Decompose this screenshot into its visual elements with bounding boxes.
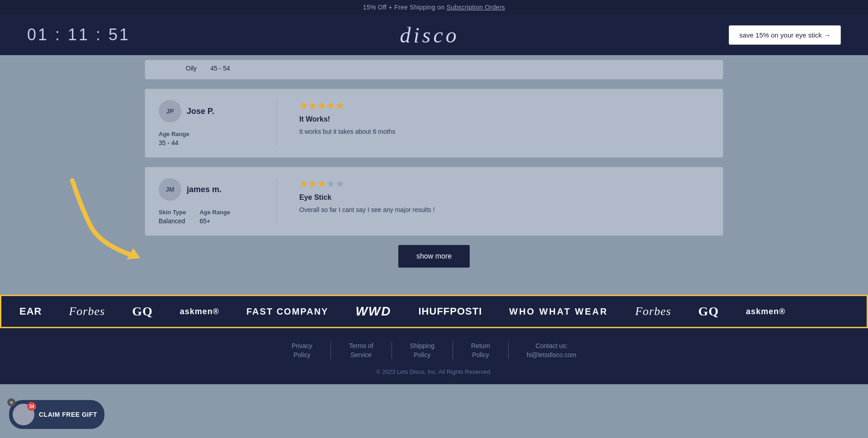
reviewer-meta-jose: Age Range 35 - 44 [159,131,258,146]
review-right-james: ★★★★★ Eye Stick Overall so far I cant sa… [295,178,709,225]
review-card-james: JM james m. Skin Type Balanced Age Range… [145,167,723,236]
footer: PrivacyPolicy Terms ofService ShippingPo… [0,328,868,384]
review-body-james: Overall so far I cant say I see any majo… [299,205,709,215]
footer-link-return[interactable]: ReturnPolicy [453,342,509,359]
avatar-jose: JP [159,100,181,122]
footer-copyright: © 2023 Lets Disco, Inc. All Rights Reser… [0,368,868,375]
brand-logo[interactable]: disco [400,23,459,47]
star-rating-james: ★★★★★ [299,178,709,190]
footer-link-contact[interactable]: Contact us:hi@letsdisco.com [509,342,594,359]
star-rating-jose: ★★★★★ [299,100,709,112]
claim-text: CLAIM FREE GIFT [39,411,97,418]
press-logo-huffpost: IHUFFPOSTI [419,306,482,317]
reviewer-left-jose: JP Jose P. Age Range 35 - 44 [159,100,258,146]
skin-type-value-james: Balanced [159,217,186,225]
show-more-button[interactable]: show more [398,245,470,268]
claim-avatar-wrapper: 34 [13,404,34,425]
skin-type-value: Oily [186,65,197,72]
review-body-jose: It works but it takes about 6 moths [299,127,709,137]
promo-text: 15% Off + Free Shipping on [363,4,447,11]
reviewer-meta-james: Skin Type Balanced Age Range 65+ [159,209,258,225]
footer-link-privacy[interactable]: PrivacyPolicy [274,342,331,359]
press-logo-fastcompany: FAST COMPANY [246,306,328,317]
reviewer-left-james: JM james m. Skin Type Balanced Age Range… [159,178,258,225]
review-right-jose: ★★★★★ It Works! It works but it takes ab… [295,100,709,146]
review-james-wrapper: JM james m. Skin Type Balanced Age Range… [145,167,723,236]
press-logo-whowhatwear: WHO WHAT WEAR [509,306,608,317]
countdown-timer: 01 : 11 : 51 [27,25,130,44]
age-range-group-jose: Age Range 35 - 44 [159,131,189,146]
age-range-value-james: 65+ [199,217,230,225]
reviewer-meta-partial: Oily 45 - 54 [159,65,709,72]
skin-type-group-james: Skin Type Balanced [159,209,186,225]
promo-link[interactable]: Subscription Orders [447,4,505,11]
avatar-james: JM [159,178,181,201]
age-range-group: 45 - 54 [210,65,230,72]
skin-type-group: Oily [186,65,197,72]
save-cta-button[interactable]: save 15% on your eye stick → [729,25,841,45]
age-range-value: 45 - 54 [210,65,230,72]
age-range-label-james: Age Range [199,209,230,216]
review-card-jose: JP Jose P. Age Range 35 - 44 ★★★★★ It Wo… [145,89,723,158]
skin-type-label-james: Skin Type [159,209,186,216]
press-logo-forbes-2: Forbes [635,305,671,318]
press-bar: EAR Forbes GQ askmen® FAST COMPANY WWD I… [0,295,868,328]
review-title-jose: It Works! [299,115,709,123]
press-logo-ear: EAR [19,306,42,317]
footer-link-terms[interactable]: Terms ofService [331,342,392,359]
review-title-james: Eye Stick [299,193,709,202]
header: 01 : 11 : 51 disco save 15% on your eye … [0,14,868,55]
press-logos-track: EAR Forbes GQ askmen® FAST COMPANY WWD I… [1,304,803,319]
age-range-group-james: Age Range 65+ [199,209,230,225]
promo-bar: 15% Off + Free Shipping on Subscription … [0,0,868,14]
review-card-partial: Oily 45 - 54 [145,60,723,80]
press-logo-gq-1: GQ [132,304,153,319]
footer-links: PrivacyPolicy Terms ofService ShippingPo… [0,342,868,359]
reviews-section: Oily 45 - 54 JP Jose P. Age Range 35 - 4… [0,55,868,295]
claim-free-gift-widget[interactable]: ✕ 34 CLAIM FREE GIFT [9,400,104,429]
svg-marker-0 [127,248,140,259]
claim-badge-count: 34 [27,402,36,411]
press-logo-askmen-1: askmen® [180,307,219,316]
press-logo-forbes-1: Forbes [69,305,105,318]
age-range-value-jose: 35 - 44 [159,139,189,146]
card-divider-james [276,178,277,225]
press-logo-gq-2: GQ [698,304,719,319]
age-range-label-jose: Age Range [159,131,189,137]
footer-link-shipping[interactable]: ShippingPolicy [392,342,453,359]
show-more-wrapper: show more [145,245,723,268]
press-logo-wwd: WWD [355,304,391,319]
press-logo-askmen-2: askmen® [746,307,785,316]
card-divider-jose [276,100,277,146]
